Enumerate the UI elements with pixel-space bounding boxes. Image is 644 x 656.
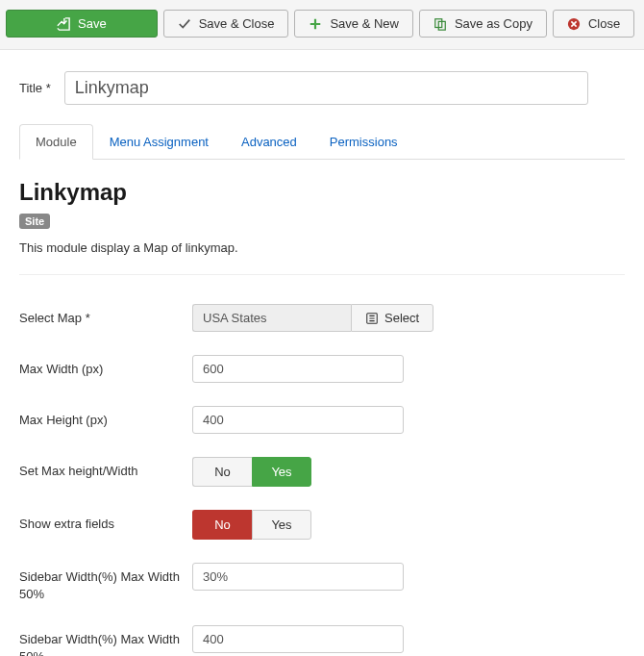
sidebar-width-px-input[interactable] <box>192 625 404 653</box>
save-copy-label: Save as Copy <box>455 16 533 31</box>
title-label: Title * <box>19 81 51 95</box>
tab-menu-assignment[interactable]: Menu Assignment <box>93 124 225 159</box>
select-map-label: Select Map * <box>19 304 192 327</box>
sidebar-width-pct-label: Sidebar Width(%) Max Width 50% <box>19 563 192 602</box>
set-max-toggle: No Yes <box>192 457 311 487</box>
sidebar-width-pct-input[interactable] <box>192 563 404 591</box>
set-max-no[interactable]: No <box>192 457 252 487</box>
divider <box>19 274 625 275</box>
module-description: This module display a Map of linkymap. <box>19 240 625 255</box>
plus-icon <box>309 17 322 31</box>
max-height-input[interactable] <box>192 406 404 434</box>
title-input[interactable] <box>64 71 588 105</box>
select-map-button-label: Select <box>384 311 419 325</box>
select-map-value <box>192 304 351 332</box>
toolbar: Save Save & Close Save & New Save as Cop… <box>0 0 644 50</box>
save-label: Save <box>78 16 107 31</box>
list-icon <box>365 312 379 325</box>
module-heading: Linkymap <box>19 179 625 206</box>
save-close-button[interactable]: Save & Close <box>163 10 289 38</box>
save-copy-button[interactable]: Save as Copy <box>419 10 547 38</box>
tab-advanced[interactable]: Advanced <box>225 124 313 159</box>
save-new-label: Save & New <box>330 16 399 31</box>
sidebar-width-px-label: Sidebar Width(%) Max Width 50% <box>19 625 192 656</box>
show-extra-yes[interactable]: Yes <box>252 510 311 540</box>
tabs: Module Menu Assignment Advanced Permissi… <box>19 124 625 160</box>
show-extra-toggle: No Yes <box>192 510 311 540</box>
show-extra-label: Show extra fields <box>19 510 192 533</box>
close-button[interactable]: Close <box>553 10 634 38</box>
site-badge: Site <box>19 214 50 229</box>
save-close-label: Save & Close <box>199 16 275 31</box>
content-area: Title * Module Menu Assignment Advanced … <box>0 50 644 656</box>
save-icon <box>57 17 70 31</box>
max-width-input[interactable] <box>192 355 404 383</box>
close-icon <box>567 17 581 31</box>
max-height-label: Max Height (px) <box>19 406 192 429</box>
check-icon <box>178 17 191 31</box>
tab-permissions[interactable]: Permissions <box>313 124 414 159</box>
copy-icon <box>433 17 447 31</box>
tab-module[interactable]: Module <box>19 124 93 160</box>
save-button[interactable]: Save <box>6 10 158 38</box>
set-max-label: Set Max height/Width <box>19 457 192 480</box>
set-max-yes[interactable]: Yes <box>252 457 311 487</box>
show-extra-no[interactable]: No <box>192 510 252 540</box>
close-label: Close <box>588 16 620 31</box>
save-new-button[interactable]: Save & New <box>294 10 413 38</box>
title-row: Title * <box>19 71 625 105</box>
select-map-button[interactable]: Select <box>351 304 433 332</box>
max-width-label: Max Width (px) <box>19 355 192 378</box>
